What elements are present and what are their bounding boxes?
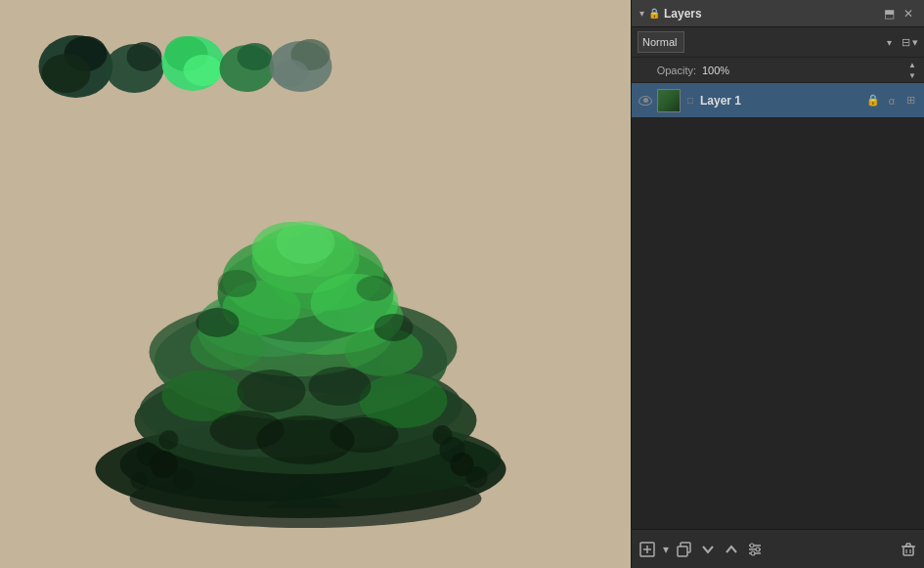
svg-point-10 <box>238 43 273 70</box>
layer-link-icon[interactable]: □ <box>684 95 696 106</box>
blend-mode-select[interactable]: Normal Multiply Screen Overlay Darken Li… <box>638 31 684 53</box>
svg-point-45 <box>330 417 399 453</box>
svg-point-55 <box>218 270 257 297</box>
svg-point-5 <box>127 42 162 71</box>
canvas-area[interactable] <box>0 0 631 568</box>
float-panel-button[interactable]: ⬒ <box>881 6 897 22</box>
move-up-icon <box>724 542 739 557</box>
svg-point-54 <box>466 466 488 488</box>
svg-point-51 <box>433 425 453 445</box>
svg-point-48 <box>151 451 178 478</box>
move-layer-down-button[interactable] <box>700 542 716 557</box>
layers-panel: ▾ 🔒 Layers ⬒ ✕ Normal Multiply Screen Ov… <box>631 0 924 568</box>
svg-point-67 <box>750 544 754 547</box>
layer-composite-icon[interactable]: ⊞ <box>902 94 918 107</box>
layer-toolbar: ▾ <box>632 529 924 568</box>
duplicate-layer-button[interactable] <box>677 542 692 557</box>
collapse-icon[interactable]: ▾ <box>639 8 644 19</box>
svg-point-8 <box>184 55 223 86</box>
svg-point-57 <box>197 308 240 337</box>
filter-chevron: ▾ <box>912 36 918 49</box>
svg-point-41 <box>238 370 306 413</box>
layer-visibility-toggle[interactable] <box>638 93 653 109</box>
layer-name: Layer 1 <box>700 94 861 108</box>
filter-icon: ⊟ <box>902 36 910 49</box>
delete-icon <box>901 542 916 557</box>
blend-mode-wrapper: Normal Multiply Screen Overlay Darken Li… <box>638 31 896 53</box>
svg-point-3 <box>42 54 91 93</box>
panel-header-buttons: ⬒ ✕ <box>881 6 916 22</box>
add-layer-icon <box>639 542 655 557</box>
close-panel-button[interactable]: ✕ <box>901 6 916 22</box>
layer-alpha-lock-icon[interactable]: 🔒 <box>865 94 881 107</box>
opacity-value: 100% <box>702 65 906 76</box>
layer-thumbnail <box>657 89 681 112</box>
opacity-spinner[interactable]: ▲ ▼ <box>906 60 918 81</box>
painting-canvas <box>0 0 631 568</box>
svg-point-49 <box>173 468 195 490</box>
add-layer-chevron[interactable]: ▾ <box>663 543 669 556</box>
delete-layer-button[interactable] <box>901 542 916 557</box>
svg-point-68 <box>756 547 760 551</box>
move-down-icon <box>700 542 716 557</box>
svg-rect-70 <box>903 546 913 555</box>
duplicate-icon <box>677 542 692 557</box>
opacity-up-button[interactable]: ▲ <box>906 60 918 70</box>
panel-title: Layers <box>664 7 702 21</box>
blend-mode-row: Normal Multiply Screen Overlay Darken Li… <box>632 27 924 58</box>
svg-point-42 <box>309 367 372 406</box>
svg-point-34 <box>277 221 335 264</box>
move-layer-up-button[interactable] <box>724 542 739 557</box>
thumbnail-preview <box>658 90 680 111</box>
layer-item[interactable]: □ Layer 1 🔒 α ⊞ <box>632 83 924 118</box>
svg-point-13 <box>274 60 309 87</box>
opacity-label: Opacity: <box>638 65 696 76</box>
svg-point-58 <box>374 314 414 341</box>
svg-point-56 <box>357 276 392 301</box>
svg-point-69 <box>751 551 755 555</box>
layer-actions: 🔒 α ⊞ <box>865 94 918 107</box>
panel-header: ▾ 🔒 Layers ⬒ ✕ <box>632 0 924 27</box>
add-layer-button[interactable] <box>639 542 655 557</box>
svg-point-47 <box>159 430 179 450</box>
eye-icon <box>638 96 652 106</box>
layer-properties-button[interactable] <box>747 542 763 557</box>
filter-button[interactable]: ⊟ ▾ <box>902 36 918 49</box>
svg-rect-63 <box>678 546 687 556</box>
svg-point-44 <box>210 411 285 450</box>
panel-title-row: ▾ 🔒 Layers <box>639 7 881 21</box>
layers-list: □ Layer 1 🔒 α ⊞ <box>632 83 924 529</box>
properties-icon <box>747 542 763 557</box>
layer-alpha-icon[interactable]: α <box>884 95 900 107</box>
lock-panel-icon: 🔒 <box>648 8 660 19</box>
opacity-row: Opacity: 100% ▲ ▼ <box>632 58 924 83</box>
svg-point-53 <box>131 472 149 490</box>
opacity-down-button[interactable]: ▼ <box>906 70 918 81</box>
